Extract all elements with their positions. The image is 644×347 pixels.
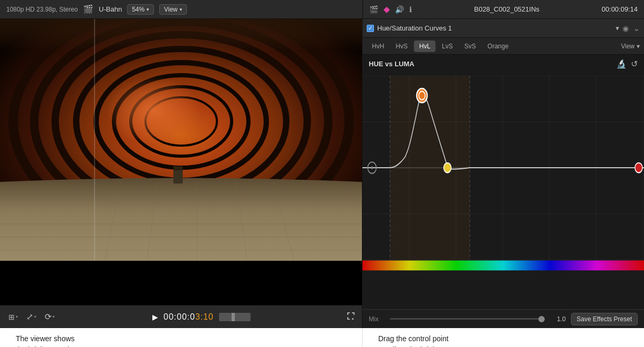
curve-title: HUE vs LUMA	[369, 60, 616, 68]
timecode-display-top: 00:00:09:14	[601, 5, 638, 13]
curve-editor: HUE vs LUMA 🔬 ↺	[362, 55, 644, 309]
caption-right-text: Drag the control point to adjust the bri…	[378, 333, 456, 347]
zoom-dropdown[interactable]: 54% ▾	[127, 4, 154, 15]
svg-rect-22	[173, 166, 183, 170]
view-chevron: ▾	[180, 7, 182, 12]
motion-icon: ⟳	[45, 312, 51, 322]
tunnel-svg	[0, 19, 362, 261]
caption-left-text: The viewer shows the brightness change.	[16, 333, 90, 347]
layout-tool[interactable]: ⊞ ▾	[6, 311, 20, 323]
tab-orange[interactable]: Orange	[482, 40, 514, 52]
top-bars: 1080p HD 23.98p, Stereo 🎬 U-Bahn 54% ▾ V…	[0, 0, 644, 19]
svg-rect-36	[362, 260, 644, 270]
caption-right: Drag the control point to adjust the bri…	[362, 328, 644, 347]
left-panel: ⊞ ▾ ⤢ ▾ ⟳ ▾ ▶ 00:00:03:10	[0, 19, 362, 328]
video-area	[0, 19, 362, 305]
clip-name: U-Bahn	[99, 5, 122, 13]
audio-icon[interactable]: 🔊	[395, 5, 404, 14]
tab-lvs[interactable]: LvS	[437, 40, 458, 52]
tab-svs[interactable]: SvS	[459, 40, 481, 52]
reset-button[interactable]: ↺	[631, 59, 638, 69]
save-effects-preset-button[interactable]: Save Effects Preset	[571, 313, 638, 325]
layout-icon: ⊞	[8, 313, 15, 321]
svg-rect-20	[0, 19, 362, 50]
curve-tabs: HvH HvS HvL LvS SvS Orange View ▾	[362, 38, 644, 55]
fullscreen-button[interactable]	[346, 311, 356, 322]
fullscreen-icon	[346, 311, 356, 321]
color-board-icon[interactable]: ◆	[383, 4, 390, 14]
tool-group-3: ⟳ ▾	[43, 310, 57, 323]
effect-dropdown-bar: ✓ Hue/Saturation Curves 1 ▾ ◉ ⌄	[362, 19, 644, 38]
curve-action-buttons: 🔬 ↺	[616, 59, 638, 69]
view-label: View	[164, 6, 178, 13]
transform-tool[interactable]: ⤢ ▾	[24, 310, 38, 323]
main-control-point[interactable]	[417, 88, 427, 103]
effect-actions: ◉ ⌄	[622, 23, 640, 33]
motion-tool[interactable]: ⟳ ▾	[43, 310, 57, 323]
main-content: ⊞ ▾ ⤢ ▾ ⟳ ▾ ▶ 00:00:03:10	[0, 19, 644, 328]
info-icon[interactable]: ℹ	[409, 5, 412, 14]
zoom-value: 54%	[132, 6, 144, 13]
caption-right-line1: Drag the control point	[378, 334, 449, 343]
axis-target-dot	[371, 166, 373, 169]
left-top-bar: 1080p HD 23.98p, Stereo 🎬 U-Bahn 54% ▾ V…	[0, 0, 362, 19]
caption-left-line1: The viewer shows	[16, 334, 75, 343]
transform-icon: ⤢	[26, 312, 33, 322]
curve-svg	[362, 76, 644, 288]
tab-hvs[interactable]: HvS	[390, 40, 413, 52]
mix-label: Mix	[369, 315, 385, 323]
curve-view-dropdown[interactable]: View ▾	[621, 43, 640, 50]
mix-value: 1.0	[550, 315, 566, 323]
video-info: 1080p HD 23.98p, Stereo	[6, 6, 78, 13]
curve-view-chevron: ▾	[637, 43, 640, 50]
effect-more-icon[interactable]: ⌄	[633, 23, 640, 33]
effect-checkbox[interactable]: ✓	[367, 25, 374, 32]
timecode-highlight: 3:10	[195, 312, 214, 321]
red-end-point[interactable]	[635, 163, 642, 173]
right-panel: ✓ Hue/Saturation Curves 1 ▾ ◉ ⌄ HvH HvS …	[362, 19, 644, 328]
motion-chevron: ▾	[53, 314, 55, 319]
effect-name: Hue/Saturation Curves 1	[377, 24, 612, 32]
transport-center: ▶ 00:00:03:10	[61, 312, 342, 322]
view-dropdown[interactable]: View ▾	[159, 4, 187, 15]
mix-slider-thumb[interactable]	[538, 316, 545, 322]
right-film-icon[interactable]: 🎬	[369, 5, 378, 14]
curve-view-label: View	[621, 43, 635, 50]
mix-slider-track[interactable]	[390, 318, 545, 320]
clip-id: B028_C002_0521INs	[417, 5, 596, 13]
curve-title-bar: HUE vs LUMA 🔬 ↺	[362, 55, 644, 71]
zoom-chevron: ▾	[147, 7, 149, 12]
curve-canvas	[362, 76, 644, 288]
tab-hvl[interactable]: HvL	[414, 40, 435, 52]
film-icon: 🎬	[83, 4, 94, 14]
tool-group-2: ⤢ ▾	[24, 310, 38, 323]
yellow-control-point[interactable]	[444, 163, 451, 173]
timecode-prefix: 00:00:0	[163, 312, 195, 321]
timecode-main-display: 00:00:03:10	[163, 312, 214, 322]
svg-point-9	[68, 53, 257, 190]
checkbox-checkmark: ✓	[368, 25, 372, 31]
right-top-bar: 🎬 ◆ 🔊 ℹ B028_C002_0521INs 00:00:09:14	[362, 0, 644, 19]
transform-chevron: ▾	[34, 314, 36, 319]
play-button[interactable]: ▶	[152, 313, 158, 321]
tab-hvh[interactable]: HvH	[367, 40, 389, 52]
mini-timeline[interactable]	[219, 313, 251, 321]
bottom-toolbar: ⊞ ▾ ⤢ ▾ ⟳ ▾ ▶ 00:00:03:10	[0, 305, 362, 328]
caption-row: The viewer shows the brightness change. …	[0, 328, 644, 347]
effect-chevron[interactable]: ▾	[616, 24, 619, 32]
layout-chevron: ▾	[16, 314, 18, 319]
mix-bar: Mix 1.0 Save Effects Preset	[362, 309, 644, 328]
eyedropper-button[interactable]: 🔬	[616, 59, 627, 69]
svg-rect-21	[173, 169, 183, 183]
svg-rect-37	[390, 76, 470, 260]
video-placeholder	[0, 19, 362, 305]
color-wheel-icon[interactable]: ◉	[622, 24, 629, 33]
timeline-thumb	[232, 313, 235, 321]
caption-left: The viewer shows the brightness change.	[0, 328, 362, 347]
tool-group-1: ⊞ ▾	[6, 311, 20, 323]
